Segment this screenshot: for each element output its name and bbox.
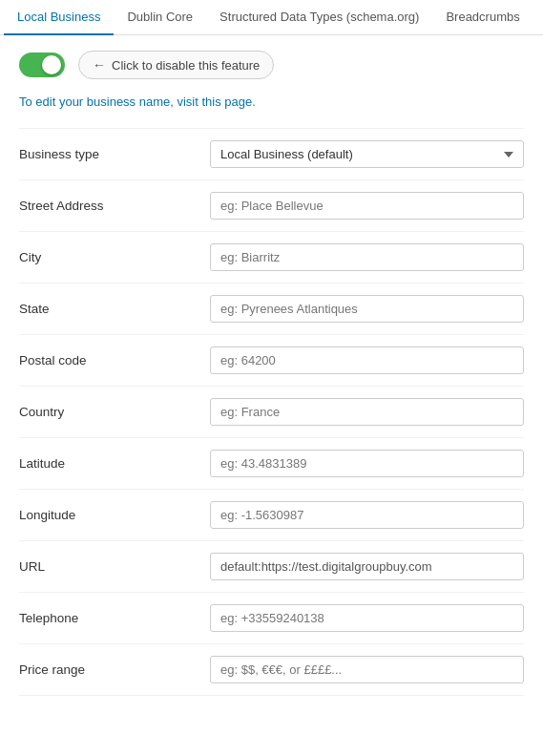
select-business-type[interactable]: Local Business (default)DentistRestauran… (210, 140, 524, 168)
form-row-country: Country (19, 386, 524, 437)
form-row-url: URL (19, 540, 524, 592)
label-business-type: Business type (19, 147, 210, 161)
tab-w[interactable]: W (533, 0, 543, 35)
input-state[interactable] (210, 295, 524, 323)
label-longitude: Longitude (19, 508, 210, 522)
form-row-business-type: Business typeLocal Business (default)Den… (19, 128, 524, 179)
tab-local-business[interactable]: Local Business (4, 0, 114, 35)
disable-feature-button[interactable]: ← Click to disable this feature (78, 51, 274, 79)
input-url[interactable] (210, 553, 524, 580)
toggle-slider (19, 52, 65, 77)
label-country: Country (19, 405, 210, 419)
toggle-row: ← Click to disable this feature (19, 51, 524, 79)
input-street-address[interactable] (210, 192, 524, 220)
label-price-range: Price range (19, 662, 210, 677)
label-telephone: Telephone (19, 611, 210, 625)
form-fields: Business typeLocal Business (default)Den… (19, 128, 524, 696)
tab-breadcrumbs[interactable]: Breadcrumbs (432, 0, 533, 35)
content-area: ← Click to disable this feature To edit … (0, 35, 543, 711)
arrow-left-icon: ← (93, 57, 106, 73)
form-row-city: City (19, 231, 524, 283)
input-country[interactable] (210, 398, 524, 426)
form-row-postal-code: Postal code (19, 334, 524, 386)
edit-business-name-link[interactable]: To edit your business name, visit this p… (19, 94, 524, 109)
form-row-latitude: Latitude (19, 437, 524, 489)
label-state: State (19, 302, 210, 316)
label-postal-code: Postal code (19, 353, 210, 368)
input-postal-code[interactable] (210, 346, 524, 374)
form-row-telephone: Telephone (19, 592, 524, 643)
label-street-address: Street Address (19, 199, 210, 213)
input-telephone[interactable] (210, 604, 524, 632)
form-row-street-address: Street Address (19, 179, 524, 231)
disable-button-label: Click to disable this feature (112, 58, 260, 73)
tab-structured-data[interactable]: Structured Data Types (schema.org) (206, 0, 432, 35)
tab-dublin-core[interactable]: Dublin Core (114, 0, 206, 35)
form-row-state: State (19, 283, 524, 334)
tabs-nav: Local Business Dublin Core Structured Da… (0, 0, 543, 35)
form-row-longitude: Longitude (19, 489, 524, 540)
input-price-range[interactable] (210, 656, 524, 683)
input-longitude[interactable] (210, 501, 524, 529)
input-latitude[interactable] (210, 450, 524, 477)
label-city: City (19, 250, 210, 264)
label-latitude: Latitude (19, 456, 210, 471)
input-city[interactable] (210, 243, 524, 271)
form-row-price-range: Price range (19, 643, 524, 696)
label-url: URL (19, 559, 210, 574)
feature-toggle[interactable] (19, 52, 65, 77)
